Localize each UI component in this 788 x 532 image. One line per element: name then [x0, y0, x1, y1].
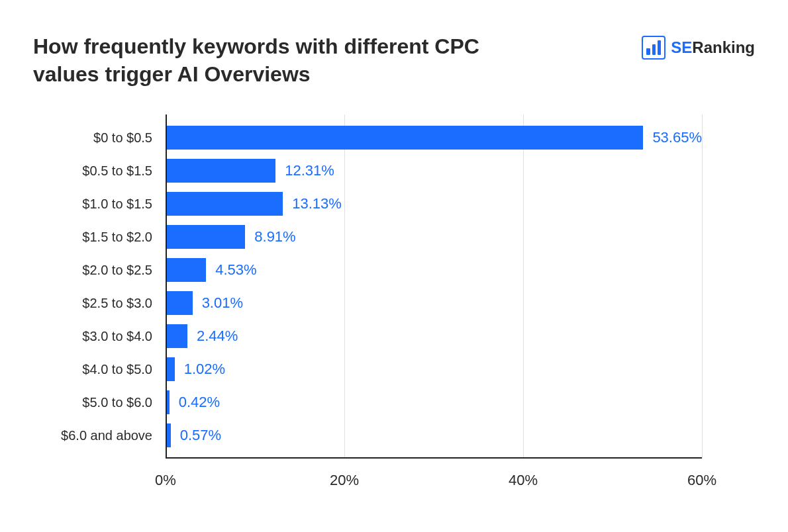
bar — [166, 192, 283, 216]
category-label: $3.0 to $4.0 — [33, 324, 159, 348]
bar-value-label: 0.57% — [180, 427, 221, 444]
bar — [166, 324, 187, 348]
x-axis-ticks: 0% 20% 40% 60% — [166, 465, 702, 498]
bar-row: 1.02% — [166, 357, 702, 381]
x-tick-label: 40% — [509, 472, 538, 489]
bar-row: 13.13% — [166, 192, 702, 216]
bar-value-label: 3.01% — [202, 294, 243, 312]
bar-row: 12.31% — [166, 159, 702, 183]
chart-area: $0 to $0.5 $0.5 to $1.5 $1.0 to $1.5 $1.… — [33, 114, 755, 498]
category-label: $1.5 to $2.0 — [33, 225, 159, 249]
bar-value-label: 13.13% — [292, 195, 342, 212]
bar — [166, 159, 275, 183]
x-tick-label: 0% — [155, 472, 176, 489]
category-label: $0 to $0.5 — [33, 126, 159, 150]
bar — [166, 225, 245, 249]
brand-logo: SERanking — [642, 33, 755, 60]
bar — [166, 357, 175, 381]
category-label: $4.0 to $5.0 — [33, 357, 159, 381]
bar-value-label: 12.31% — [285, 162, 334, 179]
bar-value-label: 53.65% — [652, 129, 702, 146]
bars-container: 53.65% 12.31% 13.13% 8.91% 4.53% — [166, 121, 702, 452]
bar — [166, 126, 643, 150]
category-label: $2.0 to $2.5 — [33, 258, 159, 282]
y-axis-line — [166, 114, 167, 459]
category-label: $1.0 to $1.5 — [33, 192, 159, 216]
brand-name: SERanking — [671, 38, 755, 57]
category-label: $2.5 to $3.0 — [33, 291, 159, 315]
x-axis-line — [166, 457, 702, 459]
bar-value-label: 8.91% — [254, 228, 295, 245]
category-label: $0.5 to $1.5 — [33, 159, 159, 183]
bar-value-label: 2.44% — [197, 328, 238, 345]
gridline — [702, 114, 703, 459]
category-label: $6.0 and above — [33, 423, 159, 447]
chart-title: How frequently keywords with different C… — [33, 33, 536, 88]
bar-row: 8.91% — [166, 225, 702, 249]
bar — [166, 258, 206, 282]
brand-bar-chart-icon — [642, 36, 665, 60]
bar-row: 2.44% — [166, 324, 702, 348]
x-tick-label: 60% — [687, 472, 716, 489]
bar-value-label: 4.53% — [215, 261, 256, 279]
category-label: $5.0 to $6.0 — [33, 390, 159, 414]
bar-row: 3.01% — [166, 291, 702, 315]
bar-row: 53.65% — [166, 126, 702, 150]
bar-value-label: 0.42% — [179, 394, 220, 411]
bar-value-label: 1.02% — [184, 361, 225, 378]
bar-row: 0.57% — [166, 423, 702, 447]
x-tick-label: 20% — [330, 472, 359, 489]
y-axis-labels: $0 to $0.5 $0.5 to $1.5 $1.0 to $1.5 $1.… — [33, 121, 159, 452]
bar — [166, 291, 193, 315]
bar-row: 4.53% — [166, 258, 702, 282]
plot-area: 53.65% 12.31% 13.13% 8.91% 4.53% — [166, 114, 702, 459]
bar-row: 0.42% — [166, 390, 702, 414]
